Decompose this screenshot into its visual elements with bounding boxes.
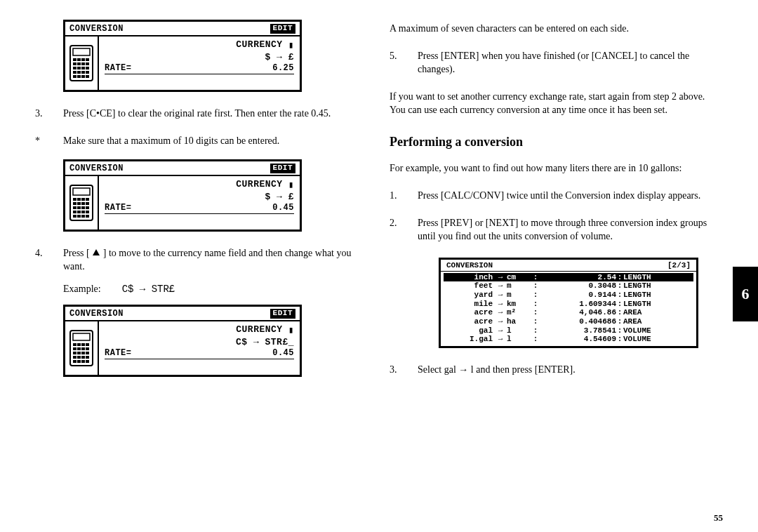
note-marker: *: [35, 135, 63, 148]
step-number: 3.: [390, 364, 418, 377]
svg-rect-47: [73, 343, 77, 346]
lcd-title: CONVERSION: [69, 309, 124, 319]
svg-rect-43: [86, 215, 89, 218]
section-heading: Performing a conversion: [390, 135, 723, 149]
svg-rect-14: [73, 71, 77, 74]
step-number: 4.: [35, 247, 63, 274]
svg-rect-20: [81, 75, 85, 78]
currency-symbols: $ → £: [265, 52, 294, 62]
conversion-row: acre→ha:0.404686:AREA: [444, 317, 693, 326]
rate-label: RATE=: [105, 348, 132, 358]
svg-rect-25: [77, 198, 81, 201]
conv-page-indicator: [2/3]: [667, 261, 691, 270]
svg-rect-41: [77, 215, 81, 218]
svg-rect-61: [81, 356, 85, 359]
svg-rect-27: [86, 198, 89, 201]
svg-rect-30: [81, 202, 85, 205]
conv-title: CONVERSION: [446, 261, 493, 270]
step-3: 3. Press [C•CE] to clear the original ra…: [35, 107, 368, 121]
svg-rect-12: [81, 67, 85, 69]
svg-rect-19: [77, 75, 81, 78]
step-number: 5.: [390, 50, 418, 77]
svg-rect-50: [86, 343, 89, 346]
step-text: Press [ ] to move to the currency name f…: [63, 247, 368, 274]
svg-rect-57: [81, 352, 85, 354]
svg-rect-21: [86, 75, 89, 78]
svg-rect-11: [77, 67, 81, 69]
svg-rect-64: [77, 360, 81, 363]
conversion-row: gal→l:3.78541:VOLUME: [444, 326, 693, 335]
svg-rect-62: [86, 356, 89, 359]
svg-rect-63: [73, 360, 77, 363]
right-column: A maximum of seven characters can be ent…: [390, 15, 723, 385]
up-triangle-icon: [92, 248, 100, 257]
svg-rect-31: [86, 202, 89, 205]
lcd-title: CONVERSION: [69, 164, 124, 173]
lcd-screen-3: CONVERSION EDIT CURRENCY▮ C$ → STR£_ RAT…: [63, 305, 302, 377]
conversion-row: mile→km:1.609344:LENGTH: [444, 300, 693, 309]
svg-rect-60: [77, 356, 81, 359]
index-icon: ▮: [288, 39, 294, 51]
step-text: Press [C•CE] to clear the original rate …: [63, 107, 368, 121]
chapter-tab: 6: [733, 267, 758, 321]
right-step-3: 3. Select gal → l and then press [ENTER]…: [390, 364, 723, 377]
step-text: Select gal → l and then press [ENTER].: [418, 364, 723, 377]
svg-rect-55: [73, 352, 77, 354]
rate-label: RATE=: [105, 203, 132, 213]
conversion-row: acre→m²:4,046.86:AREA: [444, 308, 693, 317]
svg-rect-10: [73, 67, 77, 69]
page-number: 55: [714, 512, 723, 524]
svg-rect-51: [73, 347, 77, 350]
lcd-mode-badge: EDIT: [270, 24, 295, 34]
currency-label: CURRENCY: [236, 39, 282, 51]
lcd-mode-badge: EDIT: [270, 309, 295, 319]
step-4: 4. Press [ ] to move to the currency nam…: [35, 247, 368, 274]
currency-symbols: C$ → STR£_: [236, 337, 294, 347]
svg-rect-13: [86, 67, 89, 69]
index-icon: ▮: [288, 179, 294, 190]
svg-rect-17: [86, 71, 89, 74]
paragraph: If you want to set another currency exch…: [390, 91, 723, 117]
svg-rect-48: [77, 343, 81, 346]
step4-before: Press [: [63, 248, 92, 258]
currency-symbols: $ → £: [265, 192, 294, 202]
svg-rect-66: [86, 360, 89, 363]
svg-rect-34: [81, 206, 85, 209]
step4-after: ] to move to the currency name field and…: [63, 248, 352, 272]
lcd-title: CONVERSION: [69, 24, 124, 34]
step-text: Press [ENTER] when you have finished (or…: [418, 50, 723, 77]
calculator-icon: [65, 36, 99, 90]
svg-rect-1: [73, 48, 90, 55]
step-5: 5. Press [ENTER] when you have finished …: [390, 50, 723, 77]
svg-rect-8: [81, 62, 85, 65]
lcd-mode-badge: EDIT: [270, 164, 295, 173]
index-icon: ▮: [288, 324, 294, 335]
svg-rect-33: [77, 206, 81, 209]
svg-rect-36: [73, 211, 77, 213]
svg-rect-28: [73, 202, 77, 205]
step-number: 2.: [390, 217, 418, 244]
conversion-row: feet→m:0.3048:LENGTH: [444, 281, 693, 291]
conversion-row: yard→m:0.9144:LENGTH: [444, 291, 693, 300]
rate-value: 0.45: [272, 203, 294, 213]
example-line: Example: C$ → STR£: [63, 284, 368, 295]
svg-rect-32: [73, 206, 77, 209]
note-text: Make sure that a maximum of 10 digits ca…: [63, 135, 368, 148]
svg-rect-24: [73, 198, 77, 201]
svg-rect-65: [81, 360, 85, 363]
svg-rect-6: [73, 62, 77, 65]
rate-label: RATE=: [105, 63, 132, 73]
svg-rect-54: [86, 347, 89, 350]
svg-rect-3: [77, 58, 81, 61]
paragraph: A maximum of seven characters can be ent…: [390, 22, 723, 36]
svg-marker-44: [93, 249, 100, 255]
lcd-screen-1: CONVERSION EDIT CURRENCY▮ $ → £ RATE=6.2…: [63, 20, 302, 92]
svg-rect-56: [77, 352, 81, 354]
svg-rect-46: [73, 333, 90, 340]
svg-rect-35: [86, 206, 89, 209]
currency-label: CURRENCY: [236, 324, 282, 335]
svg-rect-2: [73, 58, 77, 61]
svg-rect-37: [77, 211, 81, 213]
svg-rect-5: [86, 58, 89, 61]
rate-value: 0.45: [272, 348, 294, 358]
